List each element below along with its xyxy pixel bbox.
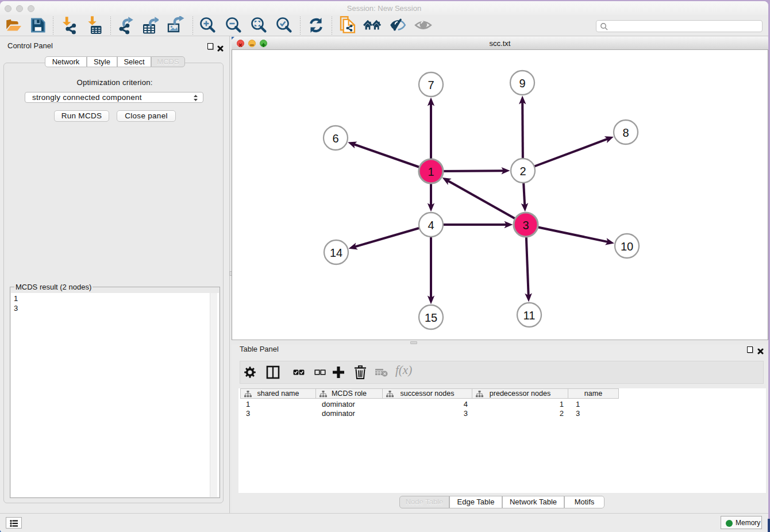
svg-text:2: 2: [519, 165, 526, 178]
svg-text:15: 15: [425, 311, 437, 324]
svg-text:7: 7: [428, 79, 434, 91]
svg-text:1: 1: [428, 165, 434, 178]
svg-text:6: 6: [332, 132, 338, 145]
svg-text:10: 10: [621, 240, 633, 253]
svg-text:9: 9: [519, 77, 525, 90]
svg-text:4: 4: [428, 219, 434, 232]
svg-text:14: 14: [330, 246, 342, 259]
svg-text:3: 3: [522, 219, 529, 232]
svg-text:11: 11: [523, 309, 536, 322]
svg-text:8: 8: [622, 126, 629, 139]
